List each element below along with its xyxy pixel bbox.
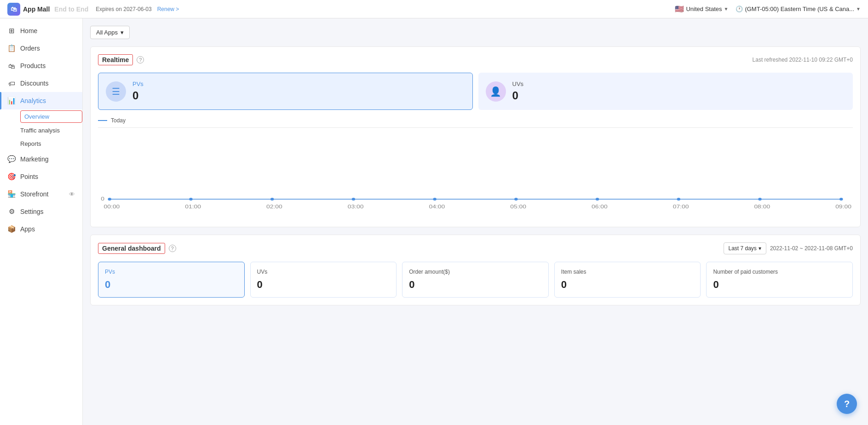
filter-chevron: ▾: [759, 245, 761, 252]
uv-value: 0: [512, 89, 524, 102]
realtime-help-icon[interactable]: ?: [137, 56, 144, 63]
realtime-stats: ☰ PVs 0 👤 UVs 0: [98, 73, 853, 110]
realtime-header: Realtime ? Last refreshed 2022-11-10 09:…: [98, 54, 853, 65]
svg-point-3: [189, 198, 193, 201]
svg-text:03:00: 03:00: [348, 204, 364, 209]
sidebar-label-marketing: Marketing: [20, 155, 48, 163]
all-apps-button[interactable]: All Apps ▾: [90, 26, 130, 39]
renew-link[interactable]: Renew >: [157, 6, 179, 12]
analytics-submenu: Overview Traffic analysis Reports: [0, 110, 82, 150]
home-icon: ⊞: [7, 27, 16, 35]
date-range-dropdown[interactable]: Last 7 days ▾: [724, 242, 766, 254]
marketing-icon: 💬: [7, 155, 16, 163]
main-content: All Apps ▾ Realtime ? Last refreshed 202…: [83, 18, 868, 425]
sidebar-item-analytics[interactable]: 📊 Analytics: [0, 92, 82, 109]
dash-stat-uvs: UVs 0: [250, 262, 397, 298]
dashboard-filter: Last 7 days ▾ 2022-11-02 ~ 2022-11-08 GM…: [724, 242, 853, 254]
pv-icon: ☰: [106, 81, 126, 102]
settings-icon: ⚙: [7, 207, 16, 216]
app-logo: 🛍 App Mall End to End: [7, 3, 90, 16]
eye-icon[interactable]: 👁: [69, 191, 75, 198]
orders-icon: 📋: [7, 44, 16, 52]
main-layout: ⊞ Home 📋 Orders 🛍 Products 🏷 Discounts 📊…: [0, 18, 868, 425]
sidebar-item-apps[interactable]: 📦 Apps: [0, 220, 82, 238]
help-fab[interactable]: ?: [837, 394, 857, 414]
sidebar-item-discounts[interactable]: 🏷 Discounts: [0, 75, 82, 92]
dashboard-stats: PVs 0 UVs 0 Order amount($) 0 Item sales…: [98, 262, 853, 298]
sidebar-sub-traffic[interactable]: Traffic analysis: [20, 124, 82, 137]
svg-point-5: [352, 198, 356, 201]
products-icon: 🛍: [7, 62, 16, 70]
analytics-icon: 📊: [7, 97, 16, 105]
dash-customers-value: 0: [713, 279, 846, 291]
svg-point-10: [758, 198, 762, 201]
sidebar-sub-overview[interactable]: Overview: [20, 110, 82, 123]
sidebar-label-products: Products: [20, 62, 46, 69]
dash-stat-order-amount: Order amount($) 0: [402, 262, 549, 298]
sidebar-item-products[interactable]: 🛍 Products: [0, 57, 82, 75]
sidebar-item-storefront[interactable]: 🏪 Storefront 👁: [0, 185, 82, 203]
sidebar-label-orders: Orders: [20, 45, 40, 52]
country-label: United States: [686, 6, 722, 12]
svg-text:01:00: 01:00: [185, 204, 201, 209]
sidebar-label-apps: Apps: [20, 225, 35, 233]
app-name: App Mall: [23, 6, 50, 13]
flag-icon: 🇺🇸: [675, 5, 684, 13]
svg-text:09:00: 09:00: [835, 204, 851, 209]
svg-point-4: [270, 198, 274, 201]
pv-stat-card[interactable]: ☰ PVs 0: [98, 73, 473, 110]
legend-label: Today: [111, 117, 126, 124]
uv-stat-card[interactable]: 👤 UVs 0: [478, 73, 853, 110]
topbar: 🛍 App Mall End to End Expires on 2027-06…: [0, 0, 868, 18]
sidebar-label-home: Home: [20, 27, 37, 34]
date-range-label: 2022-11-02 ~ 2022-11-08 GMT+0: [770, 245, 853, 252]
dashboard-title: General dashboard: [98, 243, 165, 254]
svg-text:04:00: 04:00: [429, 204, 445, 209]
all-apps-chevron: ▾: [121, 29, 124, 36]
svg-point-11: [839, 198, 843, 201]
filter-label: Last 7 days: [729, 245, 757, 252]
separator: End to End: [54, 6, 88, 13]
timezone-selector[interactable]: 🕐 (GMT-05:00) Eastern Time (US & Cana...…: [736, 6, 861, 12]
dash-uvs-label: UVs: [257, 269, 390, 275]
sidebar-label-storefront: Storefront: [20, 190, 48, 198]
svg-text:07:00: 07:00: [673, 204, 689, 209]
points-icon: 🎯: [7, 172, 16, 181]
realtime-chart: 0 00:0: [98, 127, 853, 219]
last-refreshed-label: Last refreshed 2022-11-10 09:22 GMT+0: [753, 57, 853, 63]
dash-stat-item-sales: Item sales 0: [554, 262, 701, 298]
sidebar-item-points[interactable]: 🎯 Points: [0, 168, 82, 185]
topbar-right: 🇺🇸 United States ▼ 🕐 (GMT-05:00) Eastern…: [675, 5, 861, 13]
apps-icon: 📦: [7, 225, 16, 233]
svg-text:00:00: 00:00: [104, 204, 120, 209]
expiry-label: Expires on 2027-06-03: [96, 6, 151, 12]
svg-point-7: [514, 198, 518, 201]
sidebar-item-settings[interactable]: ⚙ Settings: [0, 203, 82, 220]
sidebar-item-orders[interactable]: 📋 Orders: [0, 40, 82, 57]
dash-stat-pvs: PVs 0: [98, 262, 245, 298]
dashboard-header: General dashboard ? Last 7 days ▾ 2022-1…: [98, 242, 853, 254]
dash-customers-label: Number of paid customers: [713, 269, 846, 275]
pv-value: 0: [132, 89, 144, 102]
dashboard-help-icon[interactable]: ?: [169, 245, 176, 252]
sidebar-sub-reports[interactable]: Reports: [20, 137, 82, 150]
general-dashboard-section: General dashboard ? Last 7 days ▾ 2022-1…: [90, 235, 861, 305]
country-selector[interactable]: 🇺🇸 United States ▼: [675, 5, 728, 13]
sidebar-label-discounts: Discounts: [20, 80, 48, 87]
sidebar-item-home[interactable]: ⊞ Home: [0, 22, 82, 40]
svg-text:06:00: 06:00: [592, 204, 608, 209]
svg-text:02:00: 02:00: [266, 204, 282, 209]
sidebar-label-analytics: Analytics: [20, 97, 46, 104]
svg-point-2: [108, 198, 111, 201]
sidebar-item-marketing[interactable]: 💬 Marketing: [0, 150, 82, 168]
legend-line: [98, 120, 107, 121]
svg-point-6: [433, 198, 437, 201]
dash-pvs-label: PVs: [105, 269, 238, 275]
all-apps-label: All Apps: [96, 29, 118, 36]
svg-point-9: [677, 198, 681, 201]
realtime-section: Realtime ? Last refreshed 2022-11-10 09:…: [90, 46, 861, 227]
svg-point-8: [596, 198, 599, 201]
clock-icon: 🕐: [736, 6, 743, 12]
logo-icon: 🛍: [7, 3, 20, 16]
chart-legend: Today: [98, 117, 853, 124]
